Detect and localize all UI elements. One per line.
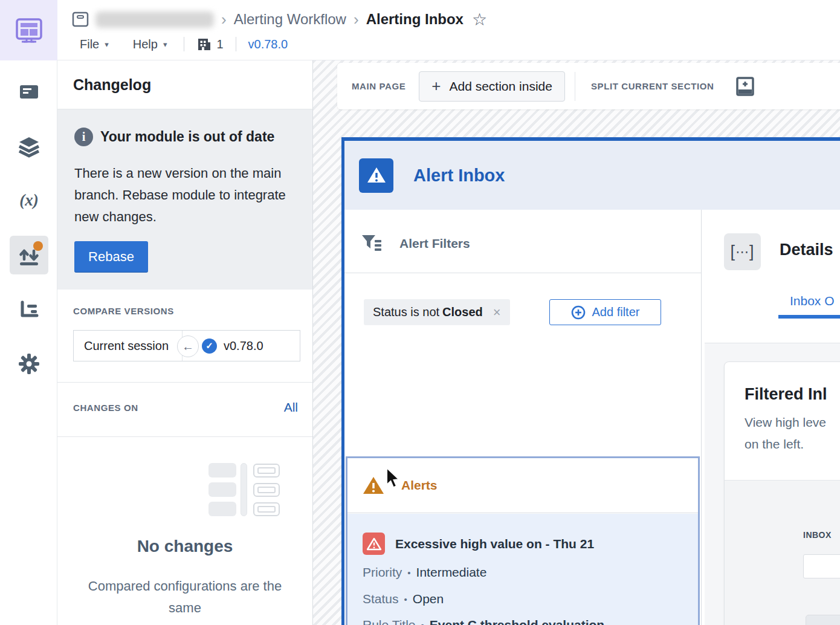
bullet-icon: • bbox=[407, 568, 410, 578]
alert-field-status: Status • Open bbox=[363, 592, 444, 606]
field-label: Status bbox=[363, 592, 399, 606]
bullet-icon: • bbox=[421, 620, 424, 625]
divider bbox=[184, 37, 184, 51]
archive-box-icon bbox=[71, 10, 89, 28]
breadcrumb-redacted-item[interactable] bbox=[95, 11, 214, 28]
gear-icon bbox=[18, 352, 40, 375]
changes-on-row: CHANGES ON All bbox=[73, 400, 298, 415]
module-count[interactable]: 1 bbox=[196, 37, 223, 52]
changes-on-label: CHANGES ON bbox=[73, 403, 138, 413]
alerts-header[interactable]: Alerts bbox=[347, 458, 698, 513]
chevron-right-icon: › bbox=[220, 11, 228, 27]
workshop-logo[interactable] bbox=[0, 0, 57, 60]
field-label: Rule Title bbox=[363, 618, 416, 625]
divider bbox=[575, 72, 575, 101]
sidebar-item-layout[interactable] bbox=[10, 290, 48, 329]
no-changes-subtitle: Compared configurations are the same bbox=[82, 575, 288, 619]
sidebar-item-pages[interactable] bbox=[10, 73, 48, 111]
remove-filter-icon[interactable]: × bbox=[493, 305, 501, 320]
alert-inbox-header[interactable]: Alert Inbox bbox=[344, 141, 840, 210]
changelog-title: Changelog bbox=[73, 76, 151, 94]
sidebar-item-changelog[interactable] bbox=[10, 236, 48, 274]
file-menu-label: File bbox=[80, 37, 99, 51]
field-value: Open bbox=[413, 592, 444, 606]
help-menu[interactable]: Help ▾ bbox=[128, 35, 172, 54]
out-of-date-notice: i Your module is out of date There is a … bbox=[57, 109, 312, 290]
filter-chip-value: Closed bbox=[442, 305, 483, 319]
file-menu[interactable]: File ▾ bbox=[75, 35, 114, 54]
filter-chip-status[interactable]: Status is not Closed × bbox=[364, 299, 510, 325]
no-changes-illustration bbox=[57, 461, 312, 519]
alert-title: Excessive high value on - Thu 21 bbox=[395, 537, 594, 551]
filtered-inbox-desc-line1: View high leve bbox=[745, 415, 826, 430]
alert-inbox-section: Alert Inbox Alert Filters Status is not … bbox=[341, 137, 840, 625]
plus-icon: + bbox=[431, 77, 441, 96]
sidebar-item-settings[interactable] bbox=[10, 345, 48, 383]
alerts-title: Alerts bbox=[401, 478, 438, 493]
alert-filters-header[interactable]: Alert Filters bbox=[344, 214, 701, 273]
notice-title: Your module is out of date bbox=[100, 129, 274, 145]
split-section-button[interactable] bbox=[734, 76, 756, 97]
warning-badge-icon bbox=[359, 158, 393, 193]
object-brackets-icon: [⋯] bbox=[724, 233, 761, 270]
sidebar-item-layers[interactable] bbox=[10, 127, 48, 166]
info-icon: i bbox=[74, 128, 93, 146]
alert-list-item[interactable]: Excessive high value on - Thu 21 Priorit… bbox=[347, 514, 698, 625]
rebase-button[interactable]: Rebase bbox=[74, 241, 148, 273]
active-tab-indicator bbox=[778, 315, 840, 319]
compare-left-version[interactable]: Current session bbox=[74, 331, 183, 361]
sidebar-item-variables[interactable]: (x) bbox=[10, 181, 48, 219]
notification-dot bbox=[33, 241, 43, 251]
add-section-button[interactable]: + Add section inside bbox=[419, 71, 565, 102]
building-icon bbox=[196, 37, 212, 52]
no-changes-title: No changes bbox=[57, 537, 312, 556]
bracket-right: ] bbox=[749, 242, 755, 261]
field-value: Intermediate bbox=[416, 565, 487, 580]
inbox-field-label: INBOX bbox=[803, 530, 832, 540]
divider bbox=[57, 382, 312, 383]
variables-fx-icon: (x) bbox=[19, 191, 38, 210]
filtered-inbox-form: INBOX bbox=[725, 481, 840, 625]
main-page-label: MAIN PAGE bbox=[352, 81, 405, 91]
compare-right-version[interactable]: ✓ v0.78.0 bbox=[183, 331, 300, 361]
module-count-value: 1 bbox=[216, 37, 223, 51]
add-section-label: Add section inside bbox=[449, 79, 552, 94]
partial-button[interactable] bbox=[806, 615, 840, 625]
add-filter-button[interactable]: Add filter bbox=[549, 299, 661, 325]
changes-all-link[interactable]: All bbox=[284, 400, 298, 415]
filtered-inbox-card: Filtered Inl View high leve on the left.… bbox=[724, 361, 840, 625]
chevron-right-icon: › bbox=[352, 11, 360, 27]
arrow-left-icon: ← bbox=[182, 340, 194, 354]
filtered-inbox-desc-line2: on the left. bbox=[745, 437, 804, 452]
breadcrumb-workflow[interactable]: Alerting Workflow bbox=[234, 11, 346, 28]
favorite-star-icon[interactable]: ☆ bbox=[472, 10, 487, 30]
compare-versions-selector: Current session ✓ v0.78.0 ← bbox=[73, 330, 300, 361]
alert-field-rule-title: Rule Title • Event C threshold evaluatio… bbox=[363, 618, 604, 625]
swap-direction-button[interactable]: ← bbox=[177, 335, 199, 357]
field-value: Event C threshold evaluation bbox=[430, 618, 604, 625]
details-panel-header: [⋯] Details Inbox O bbox=[705, 214, 840, 343]
split-section-icon bbox=[735, 76, 755, 97]
section-toolbar: MAIN PAGE + Add section inside SPLIT CUR… bbox=[337, 63, 840, 109]
alerts-section[interactable]: Alerts Excessive high value on - Thu 21 … bbox=[346, 456, 700, 625]
ellipsis: ⋯ bbox=[735, 244, 749, 260]
details-title: Details bbox=[780, 241, 833, 259]
divider bbox=[57, 436, 312, 437]
monitor-panels-icon bbox=[13, 15, 45, 46]
page-card-icon bbox=[18, 81, 40, 103]
tab-inbox-object[interactable]: Inbox O bbox=[790, 294, 835, 308]
verified-badge-icon: ✓ bbox=[202, 338, 217, 354]
alert-field-priority: Priority • Intermediate bbox=[363, 565, 486, 580]
version-link[interactable]: v0.78.0 bbox=[248, 37, 288, 51]
compare-right-version-label: v0.78.0 bbox=[224, 339, 263, 353]
help-menu-label: Help bbox=[133, 37, 158, 51]
plus-circle-icon bbox=[571, 305, 586, 320]
alert-filters-title: Alert Filters bbox=[399, 236, 470, 251]
inbox-input[interactable] bbox=[803, 554, 840, 578]
alert-inbox-title: Alert Inbox bbox=[413, 166, 505, 186]
breadcrumb: › Alerting Workflow › Alerting Inbox ☆ bbox=[71, 6, 487, 33]
bracket-left: [ bbox=[730, 242, 735, 261]
divider bbox=[701, 210, 702, 625]
caret-down-icon: ▾ bbox=[105, 40, 109, 49]
breadcrumb-current-page: Alerting Inbox bbox=[366, 11, 464, 28]
